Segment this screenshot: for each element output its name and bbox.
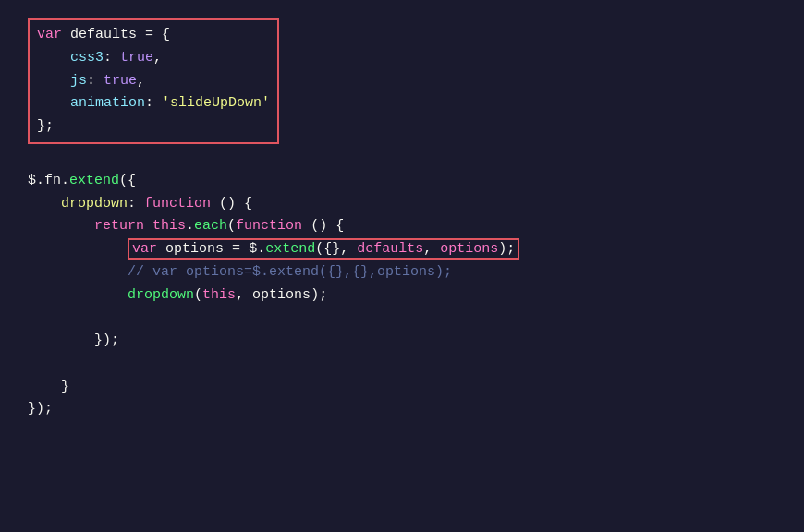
gap-1	[28, 148, 776, 170]
code-line-15: }	[28, 376, 776, 399]
code-line-11: dropdown(this, options);	[28, 284, 776, 308]
code-line-16: });	[28, 398, 776, 421]
code-line-9: var options = $.extend({}, defaults, opt…	[28, 238, 776, 261]
code-editor: var defaults = { css3: true, js: true, a…	[0, 0, 804, 532]
code-line-13: });	[28, 330, 776, 353]
code-line-1: var defaults = {	[37, 24, 270, 47]
code-line-3: js: true,	[37, 70, 270, 93]
code-line-4: animation: 'slideUpDown'	[37, 92, 270, 115]
code-line-5: };	[37, 115, 270, 139]
defaults-block: var defaults = { css3: true, js: true, a…	[28, 18, 279, 144]
code-line-14	[28, 353, 776, 376]
code-line-10: // var options=$.extend({},{},options);	[28, 261, 776, 284]
fn-extend-block: $.fn.extend({ dropdown: function () { re…	[28, 170, 776, 421]
code-line-7: dropdown: function () {	[28, 193, 776, 216]
code-line-2: css3: true,	[37, 47, 270, 70]
code-line-12	[28, 307, 776, 330]
code-line-8: return this.each(function () {	[28, 215, 776, 238]
code-line-6: $.fn.extend({	[28, 170, 776, 193]
